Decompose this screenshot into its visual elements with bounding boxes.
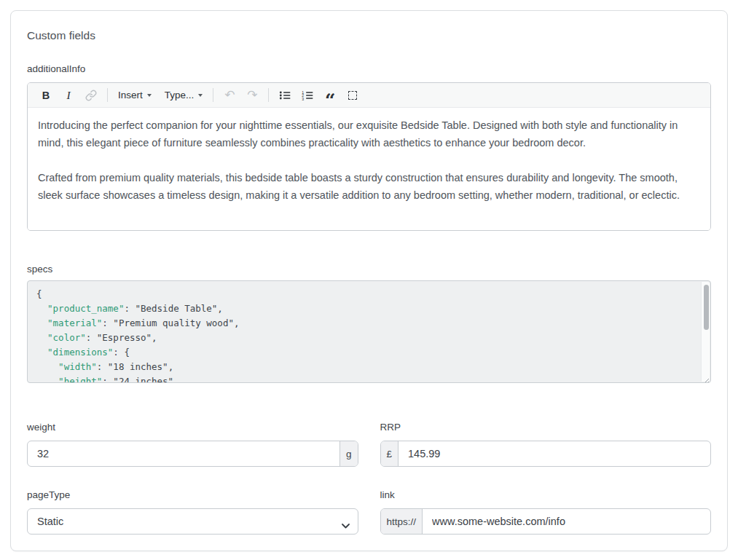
rrp-input[interactable]: [399, 441, 710, 466]
pagetype-label: pageType: [27, 489, 358, 502]
toolbar-divider: [213, 88, 213, 102]
type-menu-button[interactable]: Type...: [162, 86, 205, 105]
editor-paragraph: Introducing the perfect companion for yo…: [38, 117, 700, 151]
editor-paragraph: Crafted from premium quality materials, …: [38, 169, 700, 204]
rrp-field-group: RRP £: [380, 421, 712, 467]
svg-text:3: 3: [302, 96, 304, 100]
toolbar-divider: [268, 88, 269, 102]
insert-menu-label: Insert: [118, 90, 143, 100]
editor-toolbar: B I Insert Type... ↶ ↷ 123 “: [28, 83, 710, 108]
code-line: "height": "24 inches",: [36, 374, 694, 383]
chevron-down-icon: [198, 94, 203, 97]
card-title: Custom fields: [27, 28, 711, 43]
pagetype-select[interactable]: Static: [27, 508, 358, 535]
weight-input[interactable]: [28, 441, 339, 466]
weight-input-group: g: [27, 441, 358, 467]
code-line: "dimensions": {: [36, 345, 694, 360]
weight-label: weight: [27, 421, 358, 434]
link-input[interactable]: [423, 509, 710, 534]
redo-icon[interactable]: ↷: [244, 86, 260, 105]
specs-code-editor[interactable]: { "product_name": "Bedside Table", "mate…: [27, 280, 711, 383]
weight-field-group: weight g: [27, 421, 358, 467]
link-input-group: https://: [380, 508, 712, 535]
rrp-input-group: £: [380, 441, 712, 467]
insert-menu-button[interactable]: Insert: [116, 86, 154, 105]
bold-button[interactable]: B: [38, 86, 54, 105]
weight-unit-addon: g: [339, 441, 358, 466]
pagetype-field-group: pageType Static: [27, 489, 358, 535]
scrollbar-thumb[interactable]: [704, 285, 709, 330]
chevron-down-icon: [147, 94, 152, 97]
rrp-label: RRP: [380, 421, 712, 434]
fields-row: pageType Static link https://: [27, 489, 711, 535]
link-field-group: link https://: [380, 489, 712, 535]
bullet-list-icon[interactable]: [277, 86, 293, 105]
custom-fields-card: Custom fields additionalInfo B I Insert …: [10, 10, 728, 551]
specs-label: specs: [27, 263, 711, 276]
link-label: link: [380, 489, 712, 502]
additional-info-label: additionalInfo: [27, 63, 711, 76]
link-icon[interactable]: [83, 86, 99, 105]
code-line: "color": "Espresso",: [36, 331, 694, 345]
italic-button[interactable]: I: [60, 86, 76, 105]
editor-content[interactable]: Introducing the perfect companion for yo…: [28, 108, 710, 230]
toolbar-divider: [107, 88, 108, 102]
pagetype-select-wrap: Static: [27, 508, 358, 535]
fields-row: weight g RRP £: [27, 421, 711, 467]
rich-text-editor: B I Insert Type... ↶ ↷ 123 “: [27, 82, 711, 231]
undo-icon[interactable]: ↶: [221, 86, 238, 105]
code-line: "product_name": "Bedside Table",: [36, 301, 694, 316]
type-menu-label: Type...: [165, 90, 195, 100]
code-line: "material": "Premium quality wood",: [36, 316, 694, 331]
resize-handle-icon[interactable]: [702, 374, 709, 381]
code-line: {: [36, 287, 694, 301]
rrp-currency-addon: £: [381, 441, 399, 466]
numbered-list-icon[interactable]: 123: [299, 86, 315, 105]
code-line: "width": "18 inches",: [36, 360, 694, 374]
visual-blocks-icon[interactable]: [345, 86, 361, 105]
blockquote-icon[interactable]: “: [322, 86, 338, 105]
link-protocol-addon: https://: [381, 509, 423, 534]
